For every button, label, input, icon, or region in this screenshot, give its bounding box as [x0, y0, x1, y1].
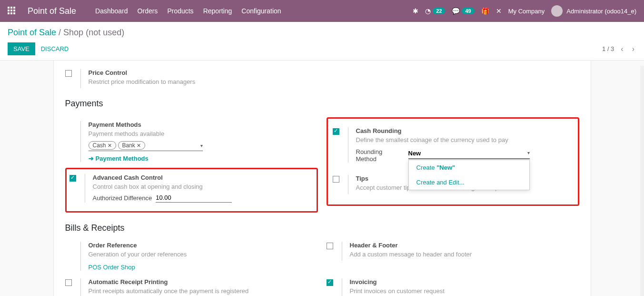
cash-rounding-title: Cash Rounding — [356, 127, 573, 134]
invoicing-checkbox[interactable] — [327, 279, 333, 286]
invoicing-help: Print invoices on customer request — [350, 287, 579, 295]
tag-cash-remove-icon[interactable]: ✕ — [108, 143, 112, 149]
company-switcher[interactable]: My Company — [508, 8, 545, 15]
top-navbar: Point of Sale Dashboard Orders Products … — [0, 0, 644, 22]
section-payments: Payments — [65, 99, 579, 109]
discard-button[interactable]: DISCARD — [35, 42, 75, 55]
clock-count: 22 — [433, 8, 445, 14]
avatar-icon — [551, 5, 563, 17]
nav-orders[interactable]: Orders — [138, 7, 158, 15]
app-brand: Point of Sale — [28, 6, 76, 16]
authorized-diff-input[interactable] — [156, 193, 232, 203]
rounding-method-dropdown: Create "New" Create and Edit... — [408, 160, 530, 190]
chat-badge[interactable]: 💬 49 — [452, 7, 474, 15]
tag-bank-label: Bank — [122, 142, 135, 149]
nav-dashboard[interactable]: Dashboard — [95, 7, 128, 15]
breadcrumb-current: Shop (not used) — [63, 28, 124, 37]
header-footer-checkbox[interactable] — [327, 243, 333, 249]
advanced-cash-help: Control cash box at opening and closing — [93, 183, 314, 190]
chat-count: 49 — [462, 8, 474, 14]
rounding-method-input[interactable] — [408, 148, 530, 159]
dropdown-create-new[interactable]: Create "New" — [409, 160, 529, 175]
nav-links: Dashboard Orders Products Reporting Conf… — [95, 7, 281, 15]
clock-icon: ◔ — [425, 7, 431, 15]
payment-methods-link[interactable]: ➔Payment Methods — [89, 155, 318, 162]
arrow-right-icon: ➔ — [89, 155, 94, 162]
apps-icon[interactable] — [8, 7, 16, 15]
control-panel: Point of Sale / Shop (not used) SAVE DIS… — [0, 22, 644, 61]
cash-rounding-help: Define the smallest coinage of the curre… — [356, 136, 573, 143]
auto-receipt-help: Print receipts automatically once the pa… — [89, 287, 318, 295]
bug-icon[interactable]: ✱ — [413, 7, 418, 15]
section-bills: Bills & Receipts — [65, 223, 579, 233]
payment-methods-input[interactable]: Cash✕ Bank✕ ▾ — [89, 140, 203, 151]
tag-cash[interactable]: Cash✕ — [89, 141, 116, 150]
breadcrumb-root[interactable]: Point of Sale — [8, 28, 56, 37]
auto-receipt-title: Automatic Receipt Printing — [89, 278, 318, 286]
user-name: Administrator (odoo14_e) — [566, 8, 636, 15]
breadcrumb: Point of Sale / Shop (not used) — [8, 28, 636, 38]
tag-bank-remove-icon[interactable]: ✕ — [137, 143, 141, 149]
invoicing-title: Invoicing — [350, 278, 579, 286]
pager: 1 / 3 ‹ › — [602, 43, 636, 55]
nav-products[interactable]: Products — [167, 7, 193, 15]
save-button[interactable]: SAVE — [8, 42, 35, 55]
dropdown-create-value: "New" — [436, 164, 455, 171]
scrollbar[interactable] — [640, 66, 644, 296]
price-control-title: Price Control — [89, 69, 322, 76]
payment-methods-link-label: Payment Methods — [96, 155, 149, 162]
chevron-down-icon[interactable]: ▾ — [527, 150, 530, 155]
rounding-method-label: Rounding Method — [356, 148, 399, 163]
gift-icon[interactable]: 🎁 — [481, 7, 489, 15]
tag-bank[interactable]: Bank✕ — [118, 141, 145, 150]
chat-icon: 💬 — [452, 7, 460, 15]
pos-order-shop-link[interactable]: POS Order Shop — [89, 264, 135, 271]
price-control-help: Restrict price modification to managers — [89, 78, 322, 85]
tips-checkbox[interactable] — [333, 176, 339, 183]
wrench-icon[interactable]: ✕ — [496, 7, 502, 15]
price-control-checkbox[interactable] — [65, 70, 72, 77]
header-footer-title: Header & Footer — [350, 242, 579, 249]
topbar-right: ✱ ◔ 22 💬 49 🎁 ✕ My Company Administrator… — [413, 5, 636, 17]
nav-reporting[interactable]: Reporting — [203, 7, 232, 15]
header-footer-help: Add a custom message to header and foote… — [350, 251, 579, 258]
cash-rounding-checkbox[interactable] — [333, 128, 339, 135]
clock-badge[interactable]: ◔ 22 — [425, 7, 445, 15]
breadcrumb-sep: / — [56, 28, 63, 37]
pager-next-icon[interactable]: › — [630, 43, 636, 55]
dropdown-create-prefix: Create — [416, 164, 437, 171]
order-ref-title: Order Reference — [89, 242, 318, 249]
form-sheet: Price Control Restrict price modificatio… — [53, 61, 591, 296]
advanced-cash-checkbox[interactable] — [69, 175, 76, 182]
pager-value[interactable]: 1 / 3 — [602, 45, 614, 52]
order-ref-help: Generation of your order references — [89, 251, 318, 258]
payment-methods-title: Payment Methods — [89, 121, 318, 128]
pager-prev-icon[interactable]: ‹ — [619, 43, 625, 55]
chevron-down-icon[interactable]: ▾ — [200, 143, 203, 148]
nav-configuration[interactable]: Configuration — [241, 7, 281, 15]
advanced-cash-title: Advanced Cash Control — [93, 174, 314, 181]
user-menu[interactable]: Administrator (odoo14_e) — [551, 5, 636, 17]
payment-methods-help: Payment methods available — [89, 130, 318, 137]
authorized-diff-label: Authorized Difference — [93, 194, 152, 202]
auto-receipt-checkbox[interactable] — [65, 279, 72, 286]
dropdown-create-edit[interactable]: Create and Edit... — [409, 175, 529, 190]
tag-cash-label: Cash — [93, 142, 106, 149]
